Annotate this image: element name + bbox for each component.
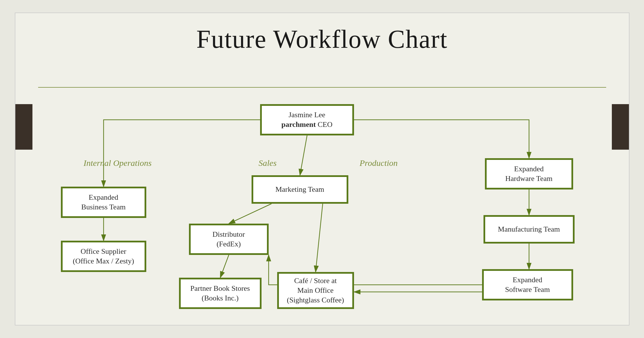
node-business: ExpandedBusiness Team (61, 187, 146, 218)
business-label: ExpandedBusiness Team (81, 193, 126, 212)
marketing-label: Marketing Team (275, 185, 324, 194)
node-ceo: Jasmine Lee parchment CEO (260, 104, 354, 135)
node-manufacturing: Manufacturing Team (483, 215, 575, 244)
page-title: Future Workflow Chart (15, 13, 629, 54)
cafe-label: Café / Store atMain Office(Sightglass Co… (287, 276, 344, 305)
arrow-marketing-to-distributor (229, 204, 271, 224)
divider (38, 87, 606, 88)
arrow-ceo-to-marketing (300, 135, 307, 175)
manufacturing-label: Manufacturing Team (498, 224, 560, 234)
hardware-label: ExpandedHardware Team (505, 164, 553, 184)
label-production: Production (360, 158, 398, 168)
node-bookstores: Partner Book Stores(Books Inc.) (179, 278, 262, 309)
arrow-marketing-to-cafe (316, 204, 323, 272)
node-software: ExpandedSoftware Team (482, 269, 573, 300)
chart-area: Internal Operations Sales Production Jas… (38, 90, 606, 319)
bookstores-label: Partner Book Stores(Books Inc.) (190, 284, 250, 303)
label-sales: Sales (259, 158, 277, 168)
label-internal: Internal Operations (84, 158, 152, 168)
ceo-text: Jasmine Lee parchment CEO (281, 110, 332, 129)
side-bar-left (15, 104, 32, 150)
node-hardware: ExpandedHardware Team (485, 158, 573, 189)
distributor-label: Distributor(FedEx) (212, 230, 245, 249)
side-bar-right (612, 104, 629, 150)
brand-name: parchment (281, 120, 316, 129)
node-cafe: Café / Store atMain Office(Sightglass Co… (277, 272, 354, 309)
office-label: Office Supplier(Office Max / Zesty) (73, 247, 134, 266)
node-distributor: Distributor(FedEx) (189, 224, 269, 255)
node-marketing: Marketing Team (252, 175, 348, 204)
arrow-ceo-to-business (104, 120, 260, 187)
arrow-ceo-to-hardware (354, 120, 529, 158)
arrow-distributor-to-bookstores (220, 255, 229, 278)
slide: Future Workflow Chart (15, 13, 629, 325)
software-label: ExpandedSoftware Team (505, 275, 550, 294)
node-office-supplier: Office Supplier(Office Max / Zesty) (61, 241, 146, 272)
